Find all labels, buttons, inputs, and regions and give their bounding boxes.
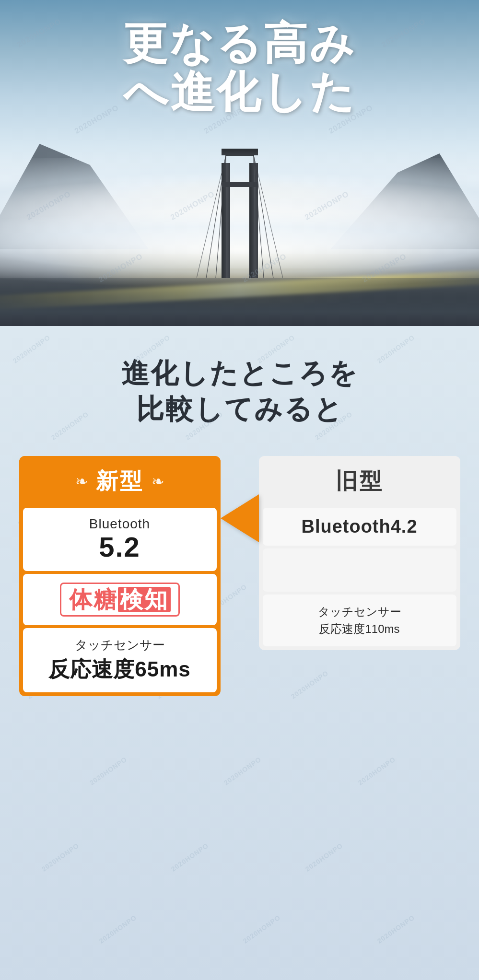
- laurel-right-icon: ❧: [152, 472, 164, 490]
- old-model-header: 旧型: [259, 456, 460, 505]
- toushu-part2: 検知: [118, 587, 171, 612]
- new-model-items: Bluetooth 5.2 体糖検知 タッチセンサー 反応速度65ms: [19, 505, 221, 696]
- new-model-label: 新型: [96, 467, 144, 496]
- compare-title-line1: 進化したところを: [14, 355, 465, 391]
- hero-title-line1: 更なる高み: [0, 19, 479, 68]
- compare-title: 進化したところを 比較してみると: [14, 355, 465, 427]
- old-model-items: Bluetooth4.2 タッチセンサー反応速度110ms: [259, 505, 460, 650]
- compare-section: 2020HONPO 2020HONPO 2020HONPO 2020HONPO …: [0, 326, 479, 980]
- laurel-left-icon: ❧: [75, 472, 88, 490]
- svg-line-1: [216, 155, 226, 278]
- new-sensor-item: タッチセンサー 反応速度65ms: [23, 628, 217, 692]
- new-model-header: ❧ 新型 ❧: [19, 456, 221, 505]
- toushu-label: 体糖検知: [60, 583, 180, 617]
- compare-title-text: 進化したところを 比較してみると: [14, 355, 465, 427]
- svg-line-2: [225, 155, 226, 278]
- svg-line-7: [254, 155, 283, 278]
- new-bluetooth-item: Bluetooth 5.2: [23, 508, 217, 571]
- bridge-cables: [197, 144, 283, 278]
- city-bottom: [0, 278, 479, 326]
- old-bluetooth-value: Bluetooth4.2: [274, 516, 445, 537]
- old-bluetooth-item: Bluetooth4.2: [263, 508, 456, 546]
- svg-line-4: [254, 155, 273, 278]
- new-model-card: ❧ 新型 ❧ Bluetooth 5.2 体糖検知 タッチセン: [19, 456, 221, 696]
- old-sensor-title: タッチセンサー反応速度110ms: [274, 603, 445, 638]
- new-bluetooth-title: Bluetooth: [35, 516, 205, 532]
- new-sensor-value: 反応速度65ms: [35, 655, 205, 684]
- comparison-arrow-icon: [221, 494, 259, 542]
- new-toushu-item: 体糖検知: [23, 574, 217, 626]
- old-model-card: 旧型 Bluetooth4.2 タッチセンサー反応速度110ms: [259, 456, 460, 650]
- new-sensor-title: タッチセンサー: [35, 637, 205, 653]
- old-model-label: 旧型: [336, 468, 384, 493]
- old-empty-item: [263, 548, 456, 592]
- svg-line-6: [254, 155, 254, 278]
- old-sensor-item: タッチセンサー反応速度110ms: [263, 595, 456, 646]
- new-bluetooth-value: 5.2: [35, 532, 205, 562]
- compare-title-line2: 比較してみると: [14, 391, 465, 427]
- hero-title-text: 更なる高み へ進化した: [0, 19, 479, 116]
- hero-section: 2020HONPO 2020HONPO 2020HONPO 2020HONPO …: [0, 0, 479, 326]
- hero-title: 更なる高み へ進化した: [0, 19, 479, 116]
- bridge: [197, 144, 283, 278]
- comparison-container: ❧ 新型 ❧ Bluetooth 5.2 体糖検知 タッチセン: [19, 456, 460, 696]
- comparison-arrow-container: [221, 494, 259, 542]
- svg-line-0: [206, 155, 226, 278]
- svg-line-3: [197, 155, 226, 278]
- toushu-part1: 体糖: [69, 587, 118, 612]
- hero-title-line2: へ進化した: [0, 68, 479, 116]
- svg-line-5: [254, 155, 264, 278]
